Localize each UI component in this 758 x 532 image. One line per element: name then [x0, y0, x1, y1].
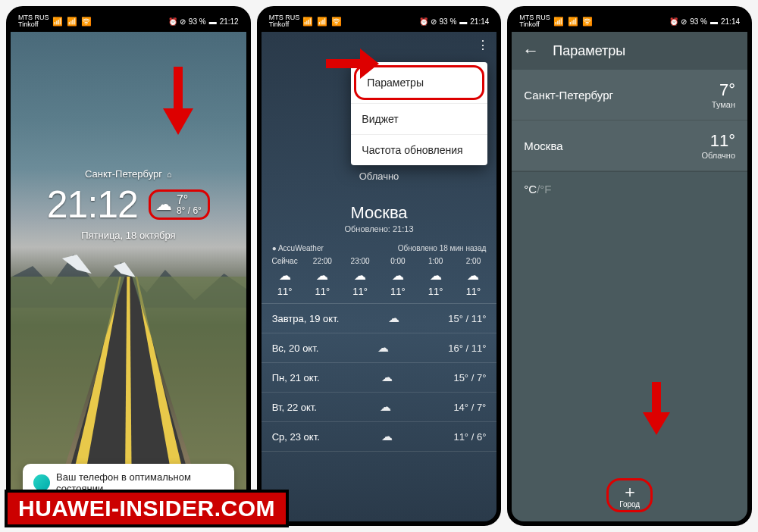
widget-date: Пятница, 18 октября — [11, 230, 246, 241]
carrier-2: Tinkoff — [18, 21, 49, 28]
menu-item-settings[interactable]: Параметры — [354, 65, 484, 100]
watermark: HUAWEI-INSIDER.COM — [5, 490, 289, 527]
day-row[interactable]: Пн, 21 окт.☁15° / 7° — [262, 363, 497, 393]
appbar-title: Параметры — [553, 43, 625, 59]
city-card[interactable]: Санкт-Петербург7°Туман — [512, 70, 747, 120]
updated-label: Обновлено: 21:13 — [262, 224, 497, 233]
unit-toggle[interactable]: °C/°F — [512, 171, 747, 206]
phone-lockscreen: MTS RUS Tinkoff 📶 📶 🛜 ⏰ ⊘ 93 % ▬ 21:12 — [6, 6, 251, 526]
daily-forecast[interactable]: Завтра, 19 окт.☁15° / 11°Вс, 20 окт.☁16°… — [262, 303, 497, 452]
menu-item-refresh-rate[interactable]: Частота обновления — [351, 134, 487, 165]
notif-app-icon — [33, 474, 50, 491]
status-time: 21:14 — [470, 17, 489, 26]
status-time: 21:12 — [220, 17, 239, 26]
hour-cell: 0:00☁11° — [379, 257, 417, 297]
hour-cell: 2:00☁11° — [455, 257, 493, 297]
hour-cell: 23:00☁11° — [341, 257, 379, 297]
hour-cell: Сейчас☁11° — [266, 257, 304, 297]
app-bar: ← Параметры — [512, 32, 747, 70]
hourly-forecast[interactable]: Сейчас☁11°22:00☁11°23:00☁11°0:00☁11°1:00… — [262, 257, 497, 297]
unit-celsius: °C — [524, 183, 537, 196]
hour-cell: 22:00☁11° — [303, 257, 341, 297]
hour-cell: 1:00☁11° — [417, 257, 455, 297]
overflow-menu-icon[interactable]: ⋮ — [477, 38, 489, 52]
condition-label: Облачно — [262, 171, 497, 182]
city-list: Санкт-Петербург7°ТуманМосква11°Облачно — [512, 70, 747, 171]
temp-now: 7° — [177, 193, 202, 207]
plus-icon: ＋ — [622, 483, 638, 500]
widget-clock: 21:12 — [47, 183, 138, 227]
temp-range: 8° / 6° — [177, 206, 202, 216]
status-bar: MTS RUS Tinkoff 📶 📶 🛜 ⏰ ⊘ 93 % ▬ 21:14 — [512, 11, 747, 32]
widget-city: Санкт-Петербург — [85, 168, 162, 180]
status-bar: MTS RUS Tinkoff 📶 📶 🛜 ⏰ ⊘ 93 % ▬ 21:14 — [262, 11, 497, 32]
unit-fahrenheit: /°F — [537, 183, 551, 196]
weather-badge[interactable]: ☁ 7° 8° / 6° — [149, 189, 210, 221]
city-name: Москва — [262, 203, 497, 223]
add-city-label: Город — [619, 500, 640, 509]
signal-icons: 📶 📶 🛜 — [52, 17, 92, 27]
cloud-icon: ☁ — [155, 196, 172, 213]
day-row[interactable]: Завтра, 19 окт.☁15° / 11° — [262, 304, 497, 333]
home-icon: ⌂ — [167, 170, 172, 179]
provider-label: ● AccuWeather — [272, 244, 324, 252]
phone-weather-settings: MTS RUS Tinkoff 📶 📶 🛜 ⏰ ⊘ 93 % ▬ 21:14 ←… — [507, 6, 752, 526]
battery-icon: ▬ — [209, 17, 217, 26]
weather-widget[interactable]: Санкт-Петербург ⌂ 21:12 ☁ 7° 8° / 6° Пят… — [11, 168, 246, 241]
day-row[interactable]: Вт, 22 окт.☁14° / 7° — [262, 393, 497, 422]
phone-weather-app: MTS RUS Tinkoff 📶 📶 🛜 ⏰ ⊘ 93 % ▬ 21:14 ⋮… — [257, 6, 502, 526]
city-card[interactable]: Москва11°Облачно — [512, 120, 747, 171]
back-icon[interactable]: ← — [522, 41, 539, 61]
menu-item-widget[interactable]: Виджет — [351, 103, 487, 134]
day-row[interactable]: Вс, 20 окт.☁16° / 11° — [262, 333, 497, 363]
add-city-button[interactable]: ＋ Город — [606, 478, 653, 512]
status-time: 21:14 — [721, 17, 740, 26]
status-bar: MTS RUS Tinkoff 📶 📶 🛜 ⏰ ⊘ 93 % ▬ 21:12 — [11, 11, 246, 32]
day-row[interactable]: Ср, 23 окт.☁11° / 6° — [262, 422, 497, 452]
battery-percent: 93 % — [189, 17, 206, 26]
overflow-menu: Параметры Виджет Частота обновления — [351, 62, 487, 165]
provider-updated: Обновлено 18 мин назад — [398, 244, 487, 252]
alarm-icon: ⏰ ⊘ — [168, 17, 186, 26]
